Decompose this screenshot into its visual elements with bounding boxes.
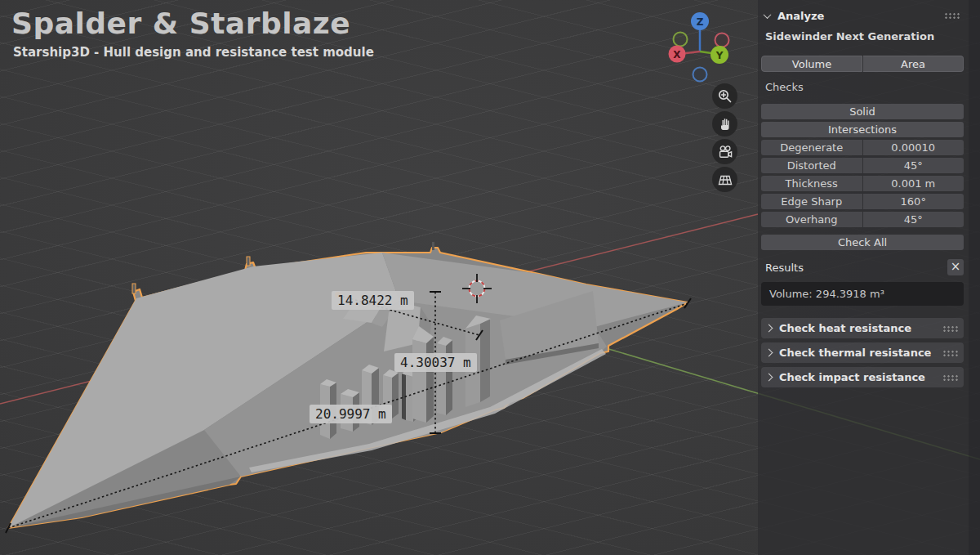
measurement-label-height: 4.30037 m (394, 353, 477, 372)
measurement-label-length: 20.9997 m (310, 405, 392, 423)
intersections-check-button[interactable]: Intersections (761, 122, 964, 137)
check-value[interactable]: 0.001 m (863, 176, 964, 191)
gizmo-axis-neg-y[interactable] (674, 33, 688, 47)
results-label: Results (765, 262, 947, 274)
check-label[interactable]: Edge Sharp (761, 194, 862, 209)
pan-button[interactable] (712, 111, 737, 137)
orthographic-toggle-button[interactable] (712, 167, 737, 192)
volume-result: Volume: 294.3918 m³ (761, 282, 964, 306)
check-row-thickness: Thickness 0.001 m (761, 176, 964, 191)
panel-title: Analyze (777, 10, 824, 22)
camera-icon (717, 144, 733, 160)
viewport-toolbar (712, 83, 737, 192)
check-value[interactable]: 160° (863, 194, 964, 209)
analyze-panel: Analyze Sidewinder Next Generation Volum… (758, 0, 969, 555)
page-title: Spalder & Starblaze (11, 7, 374, 40)
drag-handle-icon[interactable] (942, 374, 959, 381)
check-row-edge-sharp: Edge Sharp 160° (761, 194, 964, 209)
check-row-overhang: Overhang 45° (761, 212, 964, 227)
drag-handle-icon[interactable] (942, 350, 959, 356)
check-value[interactable]: 0.00010 (863, 140, 964, 155)
gizmo-x-label: X (673, 49, 681, 60)
mode-toggle: Volume Area (761, 56, 964, 72)
panel-header-analyze[interactable]: Analyze (761, 7, 964, 25)
solid-check-button[interactable]: Solid (761, 104, 964, 119)
chevron-right-icon (765, 374, 773, 382)
drag-handle-icon[interactable] (942, 325, 959, 332)
measurement-label-width: 14.8422 m (332, 291, 414, 310)
panel-right-edge (969, 0, 980, 555)
gizmo-y-label: Y (715, 50, 724, 61)
panel-header-impact-resistance[interactable]: Check impact resistance (761, 367, 964, 387)
check-all-button[interactable]: Check All (761, 235, 964, 250)
area-mode-button[interactable]: Area (863, 56, 964, 72)
check-label[interactable]: Thickness (761, 176, 862, 191)
check-value[interactable]: 45° (863, 212, 964, 227)
navigation-gizmo[interactable]: Z X Y (669, 12, 729, 82)
panel-header-heat-resistance[interactable]: Check heat resistance (761, 318, 964, 338)
model-name: Sidewinder Next Generation (761, 30, 964, 43)
grid-icon (717, 172, 733, 188)
close-icon[interactable]: × (947, 259, 964, 275)
check-label[interactable]: Degenerate (761, 140, 862, 155)
section-label: Check thermal resistance (779, 347, 935, 359)
chevron-right-icon (765, 349, 773, 357)
checks-section-label: Checks (761, 81, 964, 93)
check-row-distorted: Distorted 45° (761, 158, 964, 173)
gizmo-axis-neg-x[interactable] (715, 34, 729, 47)
section-label: Check impact resistance (779, 371, 935, 383)
viewport[interactable]: Z X Y 14.8422 m 4.30037 m 20.9997 m Spal… (0, 0, 980, 555)
check-label[interactable]: Overhang (761, 212, 862, 227)
chevron-right-icon (765, 324, 773, 333)
hand-icon (717, 116, 733, 132)
zoom-button[interactable] (712, 83, 737, 109)
check-label[interactable]: Distorted (761, 158, 862, 173)
gizmo-z-label: Z (697, 16, 704, 28)
drag-handle-icon[interactable] (944, 12, 960, 19)
check-value[interactable]: 45° (863, 158, 964, 173)
chevron-down-icon (764, 11, 772, 19)
section-label: Check heat resistance (779, 322, 935, 334)
page-subtitle: Starship3D - Hull design and resistance … (13, 45, 374, 60)
check-row-degenerate: Degenerate 0.00010 (761, 140, 964, 155)
ship-model[interactable] (8, 242, 688, 528)
magnify-plus-icon (717, 88, 733, 104)
volume-mode-button[interactable]: Volume (761, 56, 862, 72)
results-header: Results × (761, 259, 964, 275)
gizmo-axis-neg-z[interactable] (693, 68, 707, 82)
panel-header-thermal-resistance[interactable]: Check thermal resistance (761, 342, 964, 363)
app-title-block: Spalder & Starblaze Starship3D - Hull de… (11, 7, 374, 60)
camera-view-button[interactable] (712, 139, 737, 164)
